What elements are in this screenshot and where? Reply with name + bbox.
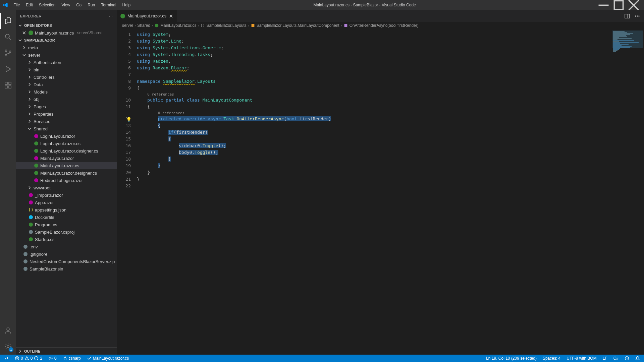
file--env[interactable]: .env — [16, 243, 117, 250]
chevron-right-icon — [27, 74, 32, 80]
folder-bin[interactable]: bin — [16, 66, 117, 73]
folder-controllers[interactable]: Controllers — [16, 73, 117, 81]
crumb-shared[interactable]: Shared — [137, 23, 150, 28]
generic-icon — [23, 259, 28, 264]
file-app-razor[interactable]: App.razor — [16, 199, 117, 206]
breadcrumb[interactable]: server › Shared › MainLayout.razor.cs › … — [117, 22, 644, 29]
folder-meta[interactable]: meta — [16, 44, 117, 51]
status-encoding[interactable]: UTF-8 with BOM — [565, 355, 598, 362]
minimize-button[interactable] — [596, 0, 611, 10]
status-file-check[interactable]: MainLayout.razor.cs — [86, 355, 130, 362]
svg-point-18 — [29, 31, 33, 35]
folder-obj[interactable]: obj — [16, 96, 117, 103]
file-mainlayout-razor[interactable]: MainLayout.razor — [16, 155, 117, 162]
close-editor-icon[interactable] — [21, 30, 27, 36]
activity-extensions[interactable] — [0, 77, 16, 93]
activity-account[interactable] — [0, 322, 16, 339]
outline-header[interactable]: OUTLINE — [16, 347, 117, 355]
folder-wwwroot[interactable]: wwwroot — [16, 184, 117, 191]
folder-label: Shared — [34, 126, 48, 131]
folder-authentication[interactable]: Authentication — [16, 59, 117, 66]
svg-point-43 — [639, 16, 639, 16]
error-icon — [15, 356, 19, 361]
folder-models[interactable]: Models — [16, 88, 117, 96]
crumb-method[interactable]: OnAfterRenderAsync(bool firstRender) — [343, 23, 419, 28]
file-loginlayout-razor[interactable]: LoginLayout.razor — [16, 132, 117, 140]
file-mainlayout-razor-designer-cs[interactable]: MainLayout.razor.designer.cs — [16, 169, 117, 177]
file-redirecttologin-razor[interactable]: RedirectToLogin.razor — [16, 177, 117, 184]
bell-icon — [635, 356, 640, 361]
file-mainlayout-razor-cs[interactable]: MainLayout.razor.cs — [16, 162, 117, 169]
folder-shared[interactable]: Shared — [16, 125, 117, 132]
menu-edit[interactable]: Edit — [23, 1, 36, 9]
file-appsettings-json[interactable]: appsettings.json — [16, 206, 117, 214]
folder-server[interactable]: server — [16, 51, 117, 59]
explorer-more-icon[interactable]: ··· — [109, 14, 113, 18]
file-loginlayout-razor-cs[interactable]: LoginLayout.razor.cs — [16, 140, 117, 147]
activity-search[interactable] — [0, 29, 16, 45]
activity-scm[interactable] — [0, 45, 16, 61]
tab-label: MainLayout.razor.cs — [127, 13, 166, 18]
folder-services[interactable]: Services — [16, 118, 117, 125]
file-nestedcustomcomponentsblazorserver-zip[interactable]: NestedCustomComponentsBlazorServer.zip — [16, 258, 117, 265]
crumb-file[interactable]: MainLayout.razor.cs — [154, 23, 196, 28]
minimap[interactable] — [610, 29, 644, 355]
folder-pages[interactable]: Pages — [16, 103, 117, 110]
menu-selection[interactable]: Selection — [36, 1, 58, 9]
folder-label: server — [28, 53, 40, 58]
file-program-cs[interactable]: Program.cs — [16, 221, 117, 228]
file-startup-cs[interactable]: Startup.cs — [16, 236, 117, 243]
file-sampleblazor-csproj[interactable]: SampleBlazor.csproj — [16, 228, 117, 236]
file--gitignore[interactable]: .gitignore — [16, 250, 117, 258]
file-loginlayout-razor-designer-cs[interactable]: LoginLayout.razor.designer.cs — [16, 147, 117, 155]
editor-more-button[interactable] — [633, 12, 641, 20]
crumb-namespace[interactable]: SampleBlazor.Layouts — [200, 23, 246, 28]
broadcast-icon — [48, 356, 53, 361]
activity-explorer[interactable] — [0, 13, 16, 29]
file-tree[interactable]: meta server AuthenticationbinControllers… — [16, 44, 117, 347]
status-language[interactable]: C# — [612, 355, 620, 362]
status-ports[interactable]: 0 — [47, 355, 58, 362]
open-editors-label: OPEN EDITORS — [24, 23, 52, 27]
crumb-server[interactable]: server — [122, 23, 133, 28]
menu-go[interactable]: Go — [73, 1, 84, 9]
project-header[interactable]: SAMPLEBLAZOR — [16, 37, 117, 44]
status-remote[interactable] — [3, 355, 10, 362]
maximize-button[interactable] — [611, 0, 626, 10]
menu-help[interactable]: Help — [120, 1, 133, 9]
status-position[interactable]: Ln 19, Col 10 (209 selected) — [485, 355, 538, 362]
tab-mainlayout[interactable]: MainLayout.razor.cs — [117, 10, 177, 22]
activity-settings[interactable]: 1 — [0, 339, 16, 355]
split-editor-button[interactable] — [623, 12, 631, 20]
status-lang-server[interactable]: csharp — [61, 355, 82, 362]
open-editor-item[interactable]: MainLayout.razor.cs server\Shared — [16, 29, 117, 37]
crumb-class[interactable]: SampleBlazor.Layouts.MainLayoutComponent — [251, 23, 339, 28]
chevron-right-icon — [27, 119, 32, 124]
menu-terminal[interactable]: Terminal — [98, 1, 119, 9]
status-problems[interactable]: 0 0 2 — [13, 355, 44, 362]
open-editors-header[interactable]: OPEN EDITORS — [16, 22, 117, 29]
remote-icon — [4, 356, 9, 361]
folder-properties[interactable]: Properties — [16, 110, 117, 118]
code-content[interactable]: using System;using System.Linq;using Sys… — [137, 29, 644, 355]
status-eol[interactable]: LF — [601, 355, 609, 362]
folder-data[interactable]: Data — [16, 81, 117, 88]
folder-label: Properties — [34, 112, 53, 117]
file-_imports-razor[interactable]: _Imports.razor — [16, 191, 117, 199]
code-editor[interactable]: 1234567891011💡1213141516171819202122 usi… — [117, 29, 644, 355]
menu-view[interactable]: View — [59, 1, 73, 9]
project-label: SAMPLEBLAZOR — [24, 38, 55, 42]
class-icon — [251, 23, 255, 28]
tab-close-icon[interactable] — [168, 13, 174, 19]
activity-debug[interactable] — [0, 61, 16, 77]
menu-file[interactable]: File — [11, 1, 22, 9]
status-feedback[interactable] — [623, 355, 631, 362]
status-bell[interactable] — [634, 355, 641, 362]
lightbulb-icon[interactable]: 💡 — [126, 116, 131, 123]
csharp-icon — [28, 30, 34, 36]
file-sampleblazor-sln[interactable]: SampleBlazor.sln — [16, 265, 117, 273]
menu-run[interactable]: Run — [85, 1, 98, 9]
status-spaces[interactable]: Spaces: 4 — [541, 355, 562, 362]
close-button[interactable] — [626, 0, 641, 10]
file-dockerfile[interactable]: Dockerfile — [16, 214, 117, 221]
